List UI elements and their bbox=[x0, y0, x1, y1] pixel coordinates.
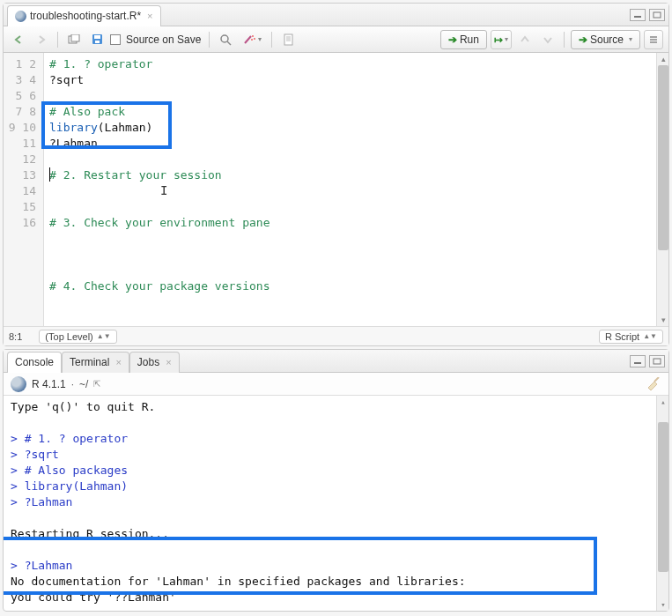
code-line: # 1. ? operator bbox=[49, 57, 152, 71]
compile-report-button[interactable] bbox=[278, 30, 298, 49]
scroll-up-icon[interactable]: ▴ bbox=[657, 396, 668, 408]
source-tab-file[interactable]: troubleshooting-start.R* × bbox=[7, 5, 161, 26]
r-logo-icon bbox=[11, 376, 26, 392]
scroll-thumb[interactable] bbox=[658, 422, 668, 572]
console-line: > ?sqrt bbox=[11, 448, 59, 461]
separator bbox=[271, 32, 272, 48]
go-next-section-button[interactable] bbox=[538, 30, 558, 49]
rerun-arrow-icon: ↦ bbox=[494, 33, 503, 46]
source-tab-label: troubleshooting-start.R* bbox=[30, 10, 141, 22]
source-on-save-label: Source on Save bbox=[124, 33, 203, 46]
scroll-up-icon[interactable]: ▴ bbox=[657, 53, 668, 65]
code-line: # 4. Check your package versions bbox=[49, 279, 270, 293]
outline-button[interactable] bbox=[644, 30, 663, 49]
working-dir-label: ~/ bbox=[79, 378, 88, 390]
show-in-new-window-button[interactable] bbox=[64, 30, 84, 49]
editor-area[interactable]: 1 2 3 4 5 6 7 8 9 10 11 12 13 14 15 16 #… bbox=[4, 53, 668, 326]
console-scrollbar[interactable]: ▴ ▾ bbox=[656, 396, 668, 611]
code-keyword: library bbox=[49, 121, 98, 134]
console-line: No documentation for 'Lahman' in specifi… bbox=[11, 575, 466, 588]
separator bbox=[209, 32, 210, 48]
tab-jobs[interactable]: Jobs × bbox=[129, 352, 180, 373]
close-icon[interactable]: × bbox=[147, 11, 152, 21]
code-line: # 3. Check your environment pane bbox=[49, 216, 270, 229]
console-prompt[interactable]: > bbox=[11, 606, 25, 611]
tab-jobs-label: Jobs bbox=[137, 356, 159, 368]
scroll-down-icon[interactable]: ▾ bbox=[657, 314, 668, 326]
scope-selector[interactable]: (Top Level) ▲▼ bbox=[39, 330, 116, 344]
scroll-thumb[interactable] bbox=[658, 65, 668, 250]
code-line: # Also pack bbox=[49, 105, 125, 118]
svg-rect-3 bbox=[71, 34, 79, 41]
svg-line-9 bbox=[245, 36, 251, 43]
scroll-down-icon[interactable]: ▾ bbox=[657, 598, 668, 611]
svg-rect-13 bbox=[284, 34, 292, 45]
svg-rect-21 bbox=[654, 359, 661, 364]
close-icon[interactable]: × bbox=[115, 357, 121, 367]
code-line: ?sqrt bbox=[49, 73, 84, 86]
clear-console-icon[interactable] bbox=[646, 377, 661, 391]
close-icon[interactable]: × bbox=[166, 357, 171, 367]
tab-terminal-label: Terminal bbox=[70, 356, 109, 368]
tab-console[interactable]: Console bbox=[7, 352, 62, 373]
console-line: > library(Lahman) bbox=[11, 479, 128, 493]
run-button[interactable]: ➔ Run bbox=[440, 30, 487, 49]
console-header: R 4.1.1 · ~/ ⇱ bbox=[4, 373, 668, 396]
svg-rect-5 bbox=[94, 35, 100, 39]
svg-rect-6 bbox=[95, 41, 100, 43]
code-tools-button[interactable]: ▾ bbox=[239, 30, 265, 49]
svg-line-8 bbox=[227, 41, 231, 45]
r-file-icon bbox=[15, 11, 26, 22]
source-tabbar: troubleshooting-start.R* × bbox=[4, 4, 668, 26]
code-line: (Lahman) bbox=[98, 121, 153, 134]
source-pane: troubleshooting-start.R* × Source on Sav… bbox=[3, 3, 669, 346]
text-cursor bbox=[49, 167, 50, 182]
filetype-label: R Script bbox=[605, 331, 639, 342]
find-button[interactable] bbox=[216, 30, 235, 49]
wd-popup-icon[interactable]: ⇱ bbox=[93, 379, 100, 389]
rerun-button[interactable]: ↦ ▾ bbox=[491, 30, 512, 49]
console-line: you could try '??Lahman' bbox=[11, 590, 176, 604]
source-toolbar: Source on Save ▾ ➔ Run ↦ ▾ bbox=[4, 26, 668, 53]
maximize-pane-button[interactable] bbox=[649, 355, 665, 367]
run-arrow-icon: ➔ bbox=[448, 33, 457, 46]
scope-label: (Top Level) bbox=[45, 331, 92, 342]
source-arrow-icon: ➔ bbox=[579, 33, 587, 46]
run-label: Run bbox=[460, 33, 479, 46]
back-button[interactable] bbox=[9, 30, 28, 49]
forward-button[interactable] bbox=[32, 30, 51, 49]
caret-icon: ▲▼ bbox=[97, 332, 111, 340]
go-prev-section-button[interactable] bbox=[515, 30, 535, 49]
tab-terminal[interactable]: Terminal × bbox=[62, 352, 129, 373]
console-line: > # Also packages bbox=[11, 464, 128, 477]
svg-point-11 bbox=[254, 38, 255, 40]
svg-point-12 bbox=[251, 39, 253, 41]
separator bbox=[57, 32, 58, 48]
code-line: ?Lahman bbox=[49, 137, 98, 150]
maximize-pane-button[interactable] bbox=[649, 9, 665, 21]
minimize-pane-button[interactable] bbox=[630, 9, 646, 21]
minimize-pane-button[interactable] bbox=[630, 355, 646, 367]
code-line: # 2. Restart your session bbox=[49, 168, 222, 182]
editor-scrollbar[interactable]: ▴ ▾ bbox=[656, 53, 668, 326]
svg-rect-1 bbox=[654, 12, 661, 18]
console-output[interactable]: Type 'q()' to quit R. > # 1. ? operator … bbox=[4, 396, 668, 611]
save-button[interactable] bbox=[87, 30, 107, 49]
console-line: > ?Lahman bbox=[11, 495, 72, 508]
console-line: Restarting R session... bbox=[11, 527, 169, 540]
svg-rect-0 bbox=[634, 16, 641, 18]
console-tabbar: Console Terminal × Jobs × bbox=[4, 350, 668, 373]
line-gutter: 1 2 3 4 5 6 7 8 9 10 11 12 13 14 15 16 bbox=[4, 53, 44, 326]
source-button[interactable]: ➔ Source ▾ bbox=[571, 30, 640, 49]
svg-point-7 bbox=[221, 35, 228, 42]
svg-rect-20 bbox=[634, 362, 641, 364]
svg-line-22 bbox=[654, 377, 659, 382]
console-pane: Console Terminal × Jobs × R 4.1.1 · ~/ ⇱… bbox=[3, 349, 669, 612]
svg-point-10 bbox=[252, 35, 254, 37]
source-on-save-checkbox[interactable] bbox=[110, 34, 121, 45]
separator bbox=[564, 32, 565, 48]
code-content[interactable]: # 1. ? operator ?sqrt # Also pack librar… bbox=[44, 53, 668, 326]
source-button-label: Source bbox=[590, 33, 624, 46]
filetype-selector[interactable]: R Script ▲▼ bbox=[599, 330, 663, 344]
tab-console-label: Console bbox=[15, 356, 54, 368]
